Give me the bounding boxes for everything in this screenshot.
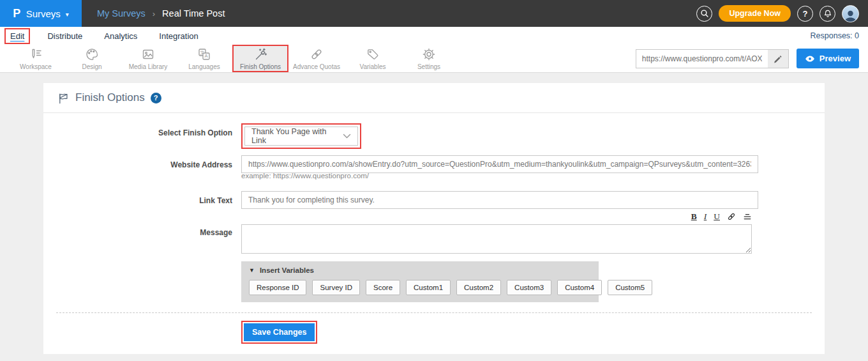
website-address-input[interactable] (241, 155, 758, 173)
finish-option-select[interactable]: Thank You Page with Link (244, 127, 358, 146)
pencil-icon (774, 54, 782, 63)
text-align-button[interactable] (743, 213, 752, 221)
questionpro-logo: P (13, 7, 21, 20)
finish-options-help-icon[interactable]: ? (151, 93, 161, 104)
richtext-toolbar: B I U (241, 211, 752, 222)
toolbar-item-label: Finish Options (240, 63, 281, 70)
variable-button-score[interactable]: Score (366, 280, 400, 295)
toolbar-item-label: Languages (188, 63, 220, 70)
variable-button-custom3[interactable]: Custom3 (507, 280, 551, 295)
toolbar-item-variables[interactable]: Variables (345, 45, 401, 72)
palette-icon (85, 47, 99, 61)
variable-button-survey-id[interactable]: Survey ID (312, 280, 360, 295)
insert-link-button[interactable] (727, 212, 736, 221)
toolbar-item-label: Design (82, 63, 101, 70)
responses-count: Responses: 0 (811, 31, 859, 40)
user-avatar[interactable] (842, 5, 859, 22)
chevron-down-icon: ▾ (66, 11, 69, 18)
variable-button-custom4[interactable]: Custom4 (557, 280, 602, 295)
toolbar-item-languages[interactable]: 文A Languages (176, 45, 232, 72)
survey-tab-bar: Edit Distribute Analytics Integration Re… (0, 27, 868, 45)
tag-icon (366, 47, 380, 61)
panel-header: Finish Options ? (43, 83, 825, 113)
translate-icon: 文A (197, 47, 211, 61)
message-row: Message B I U (43, 209, 825, 302)
chain-link-icon (310, 47, 324, 61)
preview-button-label: Preview (819, 54, 851, 63)
search-button[interactable] (696, 6, 712, 22)
insert-variables-label: Insert Variables (260, 266, 314, 274)
bell-icon (823, 9, 832, 18)
tab-analytics[interactable]: Analytics (104, 31, 137, 41)
edit-tab-annotation: Edit (4, 28, 30, 44)
page-title: Finish Options (75, 91, 145, 104)
tab-integration[interactable]: Integration (159, 31, 198, 41)
tab-edit[interactable]: Edit (10, 31, 24, 41)
variable-button-custom1[interactable]: Custom1 (406, 280, 451, 295)
surveys-menu-label: Surveys (26, 8, 61, 19)
message-textarea[interactable] (241, 224, 752, 254)
variable-button-response-id[interactable]: Response ID (249, 280, 306, 295)
breadcrumb: My Surveys › Real Time Post (97, 8, 225, 19)
topbar-actions: Upgrade Now ? (696, 5, 868, 22)
surveys-app-menu[interactable]: P Surveys ▾ (0, 0, 82, 27)
finish-options-panel: Finish Options ? Select Finish Option Th… (43, 83, 825, 354)
edit-url-button[interactable] (768, 50, 788, 68)
finish-options-form: Select Finish Option Thank You Page with… (43, 113, 825, 345)
toolbar-item-settings[interactable]: Settings (401, 45, 457, 72)
workspace-icon (29, 47, 43, 61)
variable-button-custom2[interactable]: Custom2 (456, 280, 501, 295)
save-changes-button[interactable]: Save Changes (244, 323, 315, 341)
variable-buttons-row: Response ID Survey ID Score Custom1 Cust… (241, 278, 599, 302)
underline-button[interactable]: U (714, 211, 720, 222)
website-address-row: Website Address example: https://www.que… (43, 155, 825, 188)
preview-button[interactable]: Preview (797, 49, 859, 68)
finish-option-selected-value: Thank You Page with Link (251, 127, 343, 145)
toolbar-item-label: Settings (417, 63, 440, 70)
chevron-down-icon (343, 134, 351, 139)
insert-variables-toggle[interactable]: ▼ Insert Variables (241, 261, 599, 278)
italic-button[interactable]: I (704, 211, 707, 222)
survey-url-input[interactable] (636, 54, 768, 63)
finish-option-label: Select Finish Option (43, 123, 241, 149)
upgrade-now-button[interactable]: Upgrade Now (719, 5, 791, 22)
breadcrumb-current-survey: Real Time Post (162, 8, 225, 19)
toolbar-right-actions: Preview (636, 45, 868, 72)
gear-icon (422, 47, 436, 61)
tab-distribute[interactable]: Distribute (47, 31, 82, 41)
align-lines-icon (743, 213, 752, 221)
bold-button[interactable]: B (691, 211, 697, 222)
top-navigation-bar: P Surveys ▾ My Surveys › Real Time Post … (0, 0, 868, 27)
image-icon (141, 47, 155, 61)
save-annotation: Save Changes (241, 321, 317, 344)
notifications-button[interactable] (819, 6, 835, 22)
insert-variables-panel: ▼ Insert Variables Response ID Survey ID… (241, 261, 599, 302)
finish-option-row: Select Finish Option Thank You Page with… (43, 123, 825, 149)
caret-down-icon: ▼ (249, 267, 255, 273)
save-row: Save Changes (43, 313, 825, 345)
help-button[interactable]: ? (797, 6, 813, 22)
toolbar-item-media-library[interactable]: Media Library (120, 45, 176, 72)
link-text-input[interactable] (241, 191, 758, 209)
svg-text:A: A (204, 53, 207, 59)
toolbar-item-label: Media Library (129, 63, 168, 70)
link-icon (727, 212, 736, 221)
search-icon (700, 9, 709, 18)
toolbar-item-workspace[interactable]: Workspace (8, 45, 64, 72)
link-text-label: Link Text (43, 191, 241, 209)
magic-wand-icon (253, 47, 267, 61)
toolbar-item-design[interactable]: Design (64, 45, 120, 72)
message-label: Message (43, 209, 241, 302)
variable-button-custom5[interactable]: Custom5 (608, 280, 652, 295)
breadcrumb-separator-icon: › (153, 9, 155, 19)
eye-icon (805, 55, 815, 63)
website-address-label: Website Address (43, 155, 241, 188)
toolbar-item-finish-options[interactable]: Finish Options (232, 45, 288, 72)
survey-url-box (636, 49, 789, 68)
toolbar-item-advance-quotas[interactable]: Advance Quotas (288, 45, 345, 72)
toolbar-item-label: Workspace (20, 63, 52, 70)
toolbar-item-label: Variables (360, 63, 386, 70)
flag-icon (57, 92, 70, 104)
link-text-row: Link Text (43, 191, 825, 209)
breadcrumb-my-surveys[interactable]: My Surveys (97, 8, 146, 19)
